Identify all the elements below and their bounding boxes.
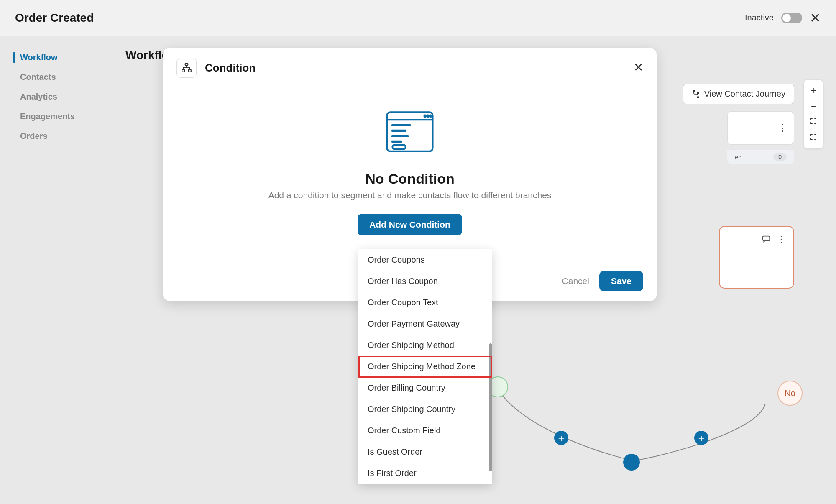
app-header: Order Created Inactive ✕ (0, 0, 836, 36)
sidebar-item-label: Engagements (20, 112, 75, 121)
empty-state-subtitle: Add a condition to segment and make cont… (268, 190, 552, 200)
no-branch-node[interactable]: No (777, 381, 803, 406)
no-label: No (785, 389, 795, 398)
workflow-node-stats: ed 0 (727, 150, 794, 164)
dropdown-option[interactable]: Order Coupons (358, 249, 492, 271)
add-step-button[interactable] (623, 454, 640, 471)
status-label: Inactive (745, 13, 774, 23)
save-label: Save (611, 276, 631, 286)
sidebar-item-label: Analytics (20, 92, 57, 101)
add-step-button[interactable]: ＋ (554, 431, 568, 445)
workflow-node-card[interactable]: ⋮ (727, 111, 794, 145)
empty-state-title: No Condition (365, 171, 454, 187)
condition-icon (176, 58, 197, 78)
modal-title: Condition (205, 61, 256, 74)
dropdown-option[interactable]: Is First Order (358, 463, 492, 484)
comment-icon[interactable] (762, 234, 771, 246)
dropdown-option[interactable]: Is Guest Order (358, 441, 492, 463)
svg-point-10 (427, 115, 429, 117)
node-menu-icon[interactable]: ⋮ (777, 234, 786, 245)
empty-state-icon (383, 105, 437, 159)
svg-rect-5 (182, 69, 185, 72)
save-button[interactable]: Save (599, 271, 643, 291)
add-step-button[interactable]: ＋ (694, 431, 708, 445)
add-new-condition-button[interactable]: Add New Condition (358, 214, 462, 235)
dropdown-option[interactable]: Order Coupon Text (358, 292, 492, 313)
dropdown-option[interactable]: Order Billing Country (358, 377, 492, 399)
dropdown-option[interactable]: Order Shipping Country (358, 399, 492, 420)
svg-point-11 (430, 115, 431, 117)
stat-label-fragment: ed (735, 154, 742, 161)
svg-rect-4 (185, 63, 188, 65)
sidebar-item-label: Workflow (20, 53, 58, 62)
zoom-out-button[interactable]: － (805, 98, 821, 114)
node-menu-icon[interactable]: ⋮ (778, 123, 787, 133)
svg-point-2 (697, 92, 698, 93)
zoom-in-button[interactable]: ＋ (805, 82, 821, 98)
condition-field-dropdown[interactable]: Order CouponsOrder Has CouponOrder Coupo… (358, 249, 492, 484)
modal-close-icon[interactable]: ✕ (634, 62, 643, 74)
modal-body: No Condition Add a condition to segment … (163, 88, 657, 261)
cancel-button[interactable]: Cancel (562, 276, 589, 286)
dropdown-option[interactable]: Order Has Coupon (358, 271, 492, 292)
stat-count: 0 (773, 153, 787, 161)
svg-rect-6 (188, 69, 191, 72)
svg-point-9 (424, 115, 426, 117)
sidebar-item-label: Contacts (20, 72, 56, 82)
sidebar-item-analytics[interactable]: Analytics (0, 87, 109, 107)
sidebar-item-engagements[interactable]: Engagements (0, 107, 109, 126)
sidebar-item-label: Orders (20, 131, 48, 141)
svg-rect-3 (763, 236, 770, 241)
dropdown-option[interactable]: Order Payment Gateway (358, 313, 492, 335)
active-toggle[interactable] (781, 13, 802, 23)
sidebar-item-contacts[interactable]: Contacts (0, 67, 109, 87)
canvas-controls: ＋ － (803, 79, 823, 149)
header-actions: Inactive ✕ (745, 11, 821, 25)
sidebar-item-orders[interactable]: Orders (0, 126, 109, 146)
branch-icon (692, 90, 700, 98)
fullscreen-button[interactable] (806, 114, 821, 130)
dropdown-option[interactable]: Order Custom Field (358, 420, 492, 441)
add-button-label: Add New Condition (369, 220, 450, 229)
sidebar-item-workflow[interactable]: Workflow (0, 48, 109, 67)
dropdown-option[interactable]: Order Shipping Method Zone (358, 356, 492, 377)
svg-rect-16 (392, 145, 405, 149)
sidebar: Workflow Contacts Analytics Engagements … (0, 36, 109, 504)
close-icon[interactable]: ✕ (810, 11, 821, 25)
dropdown-option[interactable]: Order Shipping Method (358, 335, 492, 356)
journey-button-label: View Contact Journey (704, 89, 785, 99)
cancel-label: Cancel (562, 276, 589, 286)
workflow-condition-card[interactable]: ⋮ (719, 226, 794, 289)
view-contact-journey-button[interactable]: View Contact Journey (683, 84, 794, 104)
modal-header: Condition ✕ (163, 48, 657, 88)
page-title: Order Created (15, 11, 94, 25)
fit-view-button[interactable] (806, 130, 821, 146)
